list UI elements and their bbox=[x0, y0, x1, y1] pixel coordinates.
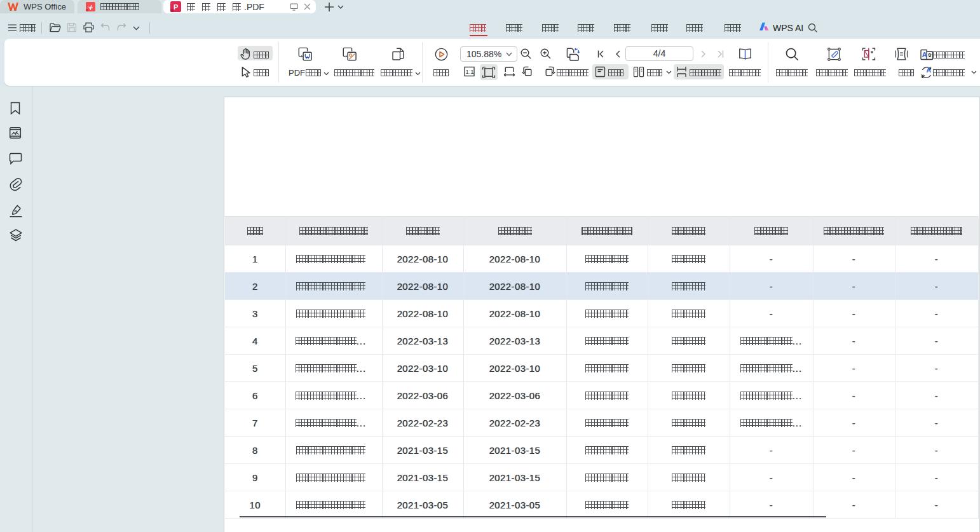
svg-text:A: A bbox=[927, 66, 932, 74]
svg-text:A: A bbox=[922, 51, 927, 58]
svg-text:1:1: 1:1 bbox=[466, 69, 474, 75]
svg-text:x: x bbox=[921, 72, 924, 79]
svg-text:P: P bbox=[174, 3, 178, 11]
